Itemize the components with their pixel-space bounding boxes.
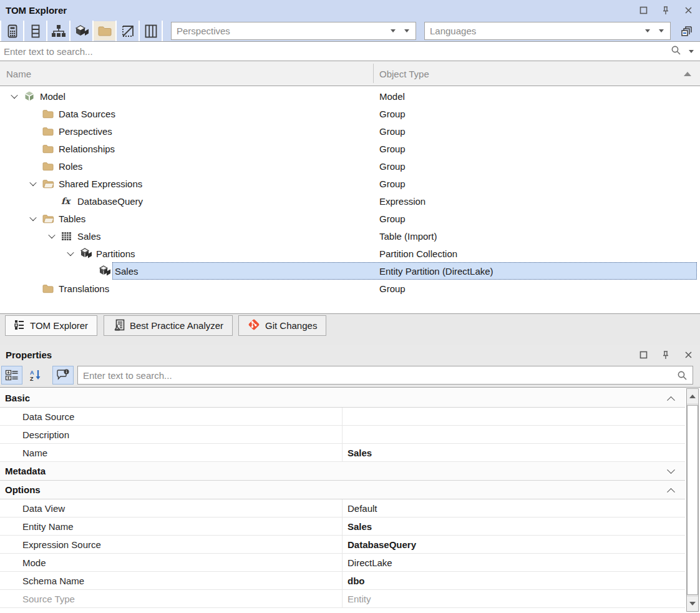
tree-item-label: Shared Expressions xyxy=(57,179,142,189)
description-bubble-icon[interactable] xyxy=(52,366,74,385)
panel-title: TOM Explorer xyxy=(0,5,67,16)
az-sort-icon[interactable]: A Z xyxy=(25,366,46,385)
section-basic[interactable]: Basic xyxy=(0,389,685,408)
tree-item-type: Expression xyxy=(379,192,425,210)
tree-item-type: Group xyxy=(379,175,406,192)
scrollbar-thumb[interactable] xyxy=(687,405,698,595)
languages-placeholder: Languages xyxy=(425,26,645,36)
tree-item-label: Translations xyxy=(57,283,109,294)
property-row-data-source: Data Source xyxy=(0,408,685,426)
collapse-icon[interactable] xyxy=(668,488,674,493)
properties-search-input[interactable]: Enter text to search... xyxy=(77,366,693,385)
tree-row-sales-table[interactable]: Sales Table (Import) xyxy=(0,227,700,245)
hidden-objects-icon[interactable] xyxy=(117,21,139,41)
property-label: Mode xyxy=(22,554,46,572)
property-value[interactable]: dbo xyxy=(342,572,685,590)
tree-search-input[interactable]: Enter text to search... xyxy=(0,41,700,61)
column-strip-icon[interactable] xyxy=(24,21,46,41)
tree-row-relationships[interactable]: Relationships Group xyxy=(0,140,700,157)
search-icon[interactable] xyxy=(671,45,681,57)
chevron-down-icon[interactable] xyxy=(5,87,24,105)
property-row-source-type: Source Type Entity xyxy=(0,590,685,608)
tree-row-data-sources[interactable]: Data Sources Group xyxy=(0,105,700,122)
partition-icon xyxy=(99,262,114,280)
property-row-entity-name: Entity Name Sales xyxy=(0,517,685,536)
tree-item-type: Model xyxy=(379,87,405,105)
folder-icon xyxy=(42,140,57,157)
property-label: Entity Name xyxy=(22,517,74,536)
perspectives-combobox[interactable]: Perspectives xyxy=(171,22,416,40)
property-row-description: Description xyxy=(0,426,685,444)
tree-row-perspectives[interactable]: Perspectives Group xyxy=(0,122,700,140)
tree-row-partitions[interactable]: Partitions Partition Collection xyxy=(0,245,700,262)
tom-explorer-window: TOM Explorer xyxy=(0,0,700,613)
search-placeholder: Enter text to search... xyxy=(0,46,671,57)
tab-tom-explorer[interactable]: TOM Explorer xyxy=(5,315,97,336)
property-value[interactable]: DatabaseQuery xyxy=(342,536,685,554)
property-label: Source Type xyxy=(22,590,75,608)
properties-title: Properties xyxy=(0,350,52,360)
tree-row-databasequery[interactable]: fx DatabaseQuery Expression xyxy=(0,192,700,210)
maximize-icon[interactable] xyxy=(636,4,650,17)
expand-icon[interactable] xyxy=(668,469,674,474)
chevron-down-icon[interactable] xyxy=(391,29,396,32)
cascade-windows-icon[interactable] xyxy=(678,22,696,40)
tree-item-type: Partition Collection xyxy=(379,245,457,262)
property-value[interactable]: Default xyxy=(342,499,685,517)
categorized-icon[interactable] xyxy=(1,366,22,385)
chevron-down-icon[interactable] xyxy=(645,29,650,32)
properties-toolbar: A Z Enter text to search... xyxy=(0,364,700,387)
property-value[interactable] xyxy=(342,426,685,444)
table-icon xyxy=(61,227,76,245)
pin-icon[interactable] xyxy=(659,348,673,361)
chevron-down-icon[interactable] xyxy=(659,29,664,32)
tree-item-type: Entity Partition (DirectLake) xyxy=(379,262,493,280)
property-value[interactable] xyxy=(342,408,685,426)
tree-item-label: Sales xyxy=(114,266,139,277)
calculator-icon[interactable] xyxy=(1,21,23,41)
chevron-down-icon[interactable] xyxy=(24,175,42,192)
folder-icon xyxy=(42,105,57,122)
folder-icon xyxy=(42,280,57,297)
folder-icon xyxy=(42,122,57,140)
chevron-down-icon[interactable] xyxy=(689,50,694,53)
property-value[interactable]: DirectLake xyxy=(342,554,685,572)
column-header-object-type[interactable]: Object Type xyxy=(379,61,429,86)
svg-text:Z: Z xyxy=(30,376,34,381)
cube-icon[interactable] xyxy=(70,21,92,41)
tree-row-model[interactable]: Model Model xyxy=(0,87,700,105)
folder-icon[interactable] xyxy=(94,21,115,41)
git-icon xyxy=(248,318,260,333)
chevron-down-icon[interactable] xyxy=(404,29,409,32)
collapse-icon[interactable] xyxy=(668,396,674,401)
maximize-icon[interactable] xyxy=(636,348,650,361)
section-options[interactable]: Options xyxy=(0,481,685,499)
tree-row-tables[interactable]: Tables Group xyxy=(0,210,700,227)
languages-combobox[interactable]: Languages xyxy=(424,22,671,40)
scroll-up-icon[interactable] xyxy=(687,389,698,405)
scroll-down-icon[interactable] xyxy=(687,596,698,611)
tree-row-translations[interactable]: Translations Group xyxy=(0,280,700,297)
chevron-down-icon[interactable] xyxy=(42,227,61,245)
tree-row-roles[interactable]: Roles Group xyxy=(0,157,700,175)
close-icon[interactable] xyxy=(681,4,695,17)
chevron-down-icon[interactable] xyxy=(61,245,80,262)
vertical-scrollbar[interactable] xyxy=(686,388,699,612)
close-icon[interactable] xyxy=(681,348,695,361)
tree-item-label: DatabaseQuery xyxy=(76,196,143,207)
folder-open-icon xyxy=(42,175,57,192)
tab-best-practice-analyzer[interactable]: Best Practice Analyzer xyxy=(104,315,233,336)
property-value[interactable]: Sales xyxy=(342,444,685,462)
hierarchy-icon[interactable] xyxy=(47,21,69,41)
chevron-down-icon[interactable] xyxy=(24,210,42,227)
tab-git-changes[interactable]: Git Changes xyxy=(238,315,326,336)
column-header-name[interactable]: Name xyxy=(6,61,31,86)
tree-row-shared-expressions[interactable]: Shared Expressions Group xyxy=(0,175,700,192)
tree-row-sales-partition-selected[interactable]: Sales Entity Partition (DirectLake) xyxy=(0,262,700,280)
columns-icon[interactable] xyxy=(140,21,162,41)
property-row-name: Name Sales xyxy=(0,444,685,462)
property-value[interactable]: Sales xyxy=(342,517,685,536)
pin-icon[interactable] xyxy=(659,4,673,17)
section-metadata[interactable]: Metadata xyxy=(0,462,685,481)
search-icon[interactable] xyxy=(677,370,693,381)
